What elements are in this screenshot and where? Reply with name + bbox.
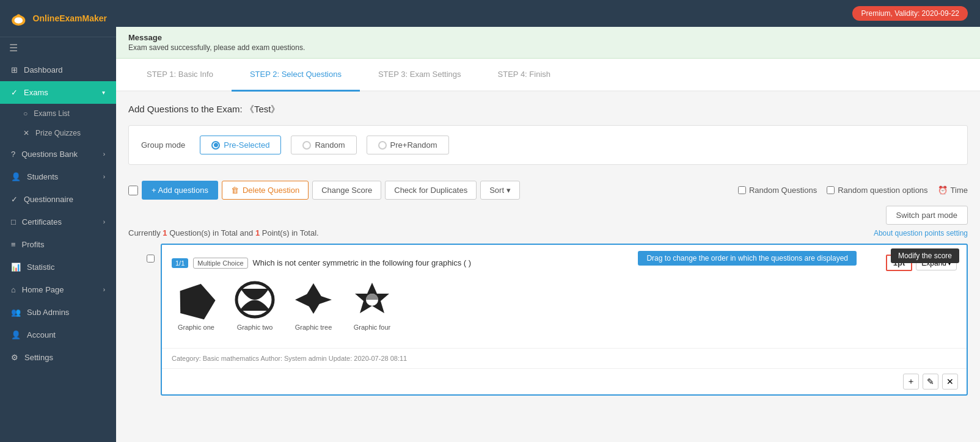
radio-random[interactable]: Random [291,136,356,154]
page-body: Add Questions to the Exam: 《Test》 Group … [116,92,980,408]
page-title: Add Questions to the Exam: 《Test》 [128,104,968,115]
sidebar-item-statistic[interactable]: 📊 Statistic [0,256,116,278]
premium-badge: Premium, Validity: 2020-09-22 [852,6,968,21]
sidebar-item-profits[interactable]: ≡ Profits [0,233,116,256]
times-icon: ✕ [946,377,954,386]
x-icon: ✕ [23,129,29,137]
dashboard-icon: ⊞ [11,65,18,74]
graphic-one-svg [175,280,218,320]
sidebar-item-questions-bank[interactable]: ? Questions Bank › [0,143,116,165]
chevron-down-sort-icon: ▾ [506,186,511,195]
topbar: Premium, Validity: 2020-09-22 [116,0,980,27]
image-item-2: Graphic two [230,278,279,331]
question-type-badge: Multiple Choice [193,258,247,269]
check-duplicates-button[interactable]: Check for Duplicates [385,181,477,200]
exams-icon: ✓ [11,88,18,97]
question-number: 1/1 [172,258,188,268]
sidebar-item-prize-quizzes[interactable]: ✕ Prize Quizzes [0,123,116,143]
radio-pre-random[interactable]: Pre+Random [367,136,449,154]
random-options-label[interactable]: Random question options [827,186,927,195]
certificates-icon: □ [11,217,16,226]
random-questions-label[interactable]: Random Questions [738,186,817,195]
svg-point-1 [15,17,23,23]
sidebar-item-exams[interactable]: ✓ Exams ▾ [0,81,116,104]
graphic-two-svg [233,280,276,320]
step-1[interactable]: STEP 1: Basic Info [128,59,232,92]
image-item-1: Graphic one [172,278,221,331]
change-score-button[interactable]: Change Score [312,181,381,200]
random-questions-checkbox[interactable] [738,186,746,194]
sidebar-item-settings[interactable]: ⚙ Settings [0,346,116,369]
drag-tooltip: Drag to change the order in which the qu… [638,251,857,266]
logo-text: OnlineExamMaker [33,13,107,23]
image-label-1: Graphic one [178,324,214,331]
sidebar-item-sub-admins[interactable]: 👥 Sub Admins [0,301,116,324]
sidebar-item-certificates[interactable]: □ Certificates › [0,211,116,233]
delete-question-button[interactable]: 🗑 Delete Question [222,181,309,200]
sub-admins-icon: 👥 [11,308,21,317]
stats-point-count: 1 [255,228,260,237]
hamburger-button[interactable]: ☰ [0,37,116,59]
svg-marker-5 [295,292,332,307]
step-3[interactable]: STEP 3: Exam Settings [360,59,480,92]
hamburger-icon: ☰ [9,43,18,53]
image-placeholder-2 [230,278,279,321]
question-text: Which is not center symmetric in the fol… [253,258,472,267]
chevron-down-icon: ▾ [102,89,105,96]
radio-dot-pre-selected [211,141,220,150]
sidebar: OnlineExamMaker ☰ ⊞ Dashboard ✓ Exams ▾ … [0,0,116,442]
questionnaire-icon: ✓ [11,195,18,204]
switch-part-mode-button[interactable]: Switch part mode [886,206,968,225]
steps-nav: STEP 1: Basic Info STEP 2: Select Questi… [116,59,980,92]
circle-icon: ○ [23,109,27,118]
image-placeholder-3 [289,278,338,321]
sidebar-item-homepage[interactable]: ⌂ Home Page › [0,278,116,301]
step-2[interactable]: STEP 2: Select Questions [232,59,360,92]
sidebar-item-exams-list[interactable]: ○ Exams List [0,104,116,123]
radio-pre-selected[interactable]: Pre-Selected [200,136,281,154]
switch-part-btn-container: Switch part mode [128,206,968,225]
group-mode-box: Group mode Pre-Selected Random Pre+Rando… [128,125,968,165]
image-placeholder-1 [172,278,221,321]
card-actions: ＋ ✎ ✕ [162,368,967,394]
select-all-checkbox[interactable] [128,186,138,195]
radio-dot-random [302,141,311,150]
chevron-right-icon2: › [103,173,105,180]
edit-icon: ✎ [927,377,934,386]
card-delete-button[interactable]: ✕ [942,374,958,389]
sidebar-item-questionnaire[interactable]: ✓ Questionnaire [0,188,116,211]
sort-button[interactable]: Sort ▾ [480,181,520,200]
image-label-2: Graphic two [237,324,273,331]
sidebar-item-students[interactable]: 👤 Students › [0,165,116,188]
chevron-right-icon3: › [103,219,105,225]
stats-line: Currently 1 Question(s) in Total and 1 P… [128,228,968,237]
message-banner: Message Exam saved successfully, please … [116,27,980,59]
toolbar-right: Random Questions Random question options… [738,186,968,195]
card-edit-button[interactable]: ✎ [923,374,938,389]
sidebar-header: OnlineExamMaker [0,0,116,37]
logo-icon [9,7,28,29]
homepage-icon: ⌂ [11,285,16,294]
card-add-button[interactable]: ＋ [903,374,919,389]
question-row: Drag to change the order in which the qu… [128,244,968,396]
step-4[interactable]: STEP 4: Finish [480,59,569,92]
add-questions-button[interactable]: + Add questions [142,181,218,200]
image-label-3: Graphic tree [295,324,332,331]
content-area: Message Exam saved successfully, please … [116,27,980,442]
message-title: Message [128,33,968,42]
students-icon: 👤 [11,172,21,181]
stats-question-count: 1 [163,228,167,237]
image-item-3: Graphic tree [289,278,338,331]
question-card: Drag to change the order in which the qu… [161,244,968,396]
sidebar-item-dashboard[interactable]: ⊞ Dashboard [0,59,116,81]
about-points-link[interactable]: About question points setting [874,229,968,237]
clock-icon: ⏰ [938,186,948,195]
group-mode-label: Group mode [141,140,185,150]
sidebar-item-account[interactable]: 👤 Account [0,324,116,346]
random-options-checkbox[interactable] [827,186,835,194]
chevron-right-icon4: › [103,286,105,293]
image-label-4: Graphic four [354,324,391,331]
question-select-checkbox[interactable] [147,255,155,263]
main-content: Premium, Validity: 2020-09-22 Message Ex… [116,0,980,442]
toolbar: + Add questions 🗑 Delete Question Change… [128,175,968,206]
